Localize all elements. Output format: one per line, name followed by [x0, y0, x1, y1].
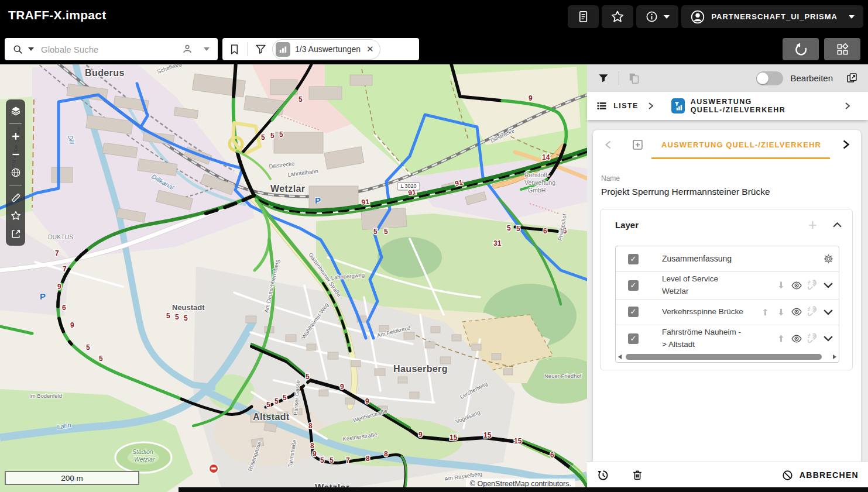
chevron-down-icon[interactable] — [822, 333, 834, 345]
person-pin-icon[interactable] — [180, 42, 194, 56]
arrow-up-icon[interactable] — [759, 306, 771, 318]
name-field-value[interactable]: Projekt Sperrung Herrmannsteiner Brücke — [601, 187, 853, 197]
layer-checkbox[interactable]: ✓ — [628, 254, 639, 264]
unlink-icon[interactable] — [807, 333, 818, 345]
map-label: Verwertung — [524, 179, 555, 186]
add-tab-icon[interactable] — [632, 139, 644, 151]
global-search: Globale Suche — [5, 38, 218, 60]
scroll-right-icon[interactable] — [833, 355, 836, 359]
layer-checkbox[interactable]: ✓ — [628, 280, 639, 291]
traffic-count-label: 14 — [542, 153, 550, 161]
map-label: Stadion — [132, 448, 153, 455]
layer-section: Layer + ✓Zusammenfassung✓Level of Servic… — [600, 209, 853, 370]
close-icon[interactable]: ✕ — [366, 44, 374, 54]
chevron-right-icon[interactable] — [839, 137, 853, 152]
scrollbar-track[interactable] — [625, 354, 830, 360]
chevron-down-icon[interactable] — [822, 280, 834, 291]
eye-icon[interactable] — [791, 333, 802, 345]
eye-icon[interactable] — [791, 306, 802, 318]
active-tab-label[interactable]: AUSWERTUNG QUELL-/ZIELVERKEHR — [644, 140, 839, 149]
breadcrumb: LISTE AUSWERTUNG QUELL-/ZIELVERKEHR — [587, 92, 868, 120]
layer-label: Verkehrsspinne Brücke — [662, 306, 744, 318]
active-tab-indicator — [651, 157, 830, 159]
evaluation-tabstrip: AUSWERTUNG QUELL-/ZIELVERKEHR — [593, 130, 861, 159]
open-in-new-icon[interactable] — [845, 71, 859, 85]
breadcrumb-list[interactable]: LISTE — [613, 102, 638, 110]
gear-icon[interactable] — [822, 253, 834, 265]
chevron-left-icon[interactable] — [601, 137, 615, 152]
trash-icon[interactable] — [631, 469, 644, 481]
traffic-count-label: 5 — [275, 397, 279, 405]
traffic-count-label: 9 — [365, 397, 369, 405]
traffic-count-label: 8 — [308, 422, 313, 430]
horizontal-scrollbar[interactable] — [616, 352, 839, 362]
layer-checkbox[interactable]: ✓ — [628, 333, 639, 344]
reset-view-button[interactable] — [783, 38, 819, 60]
search-type-dropdown-icon[interactable] — [28, 47, 34, 51]
user-menu-button[interactable]: PARTNERSCHAFT_UI_PRISMA — [681, 5, 863, 28]
chevron-down-icon[interactable] — [204, 47, 210, 51]
collapse-icon[interactable] — [830, 218, 844, 232]
traffic-count-label: 5 — [266, 401, 270, 409]
traffic-count-label: 9 — [418, 431, 423, 439]
layers-icon[interactable] — [9, 104, 23, 118]
divider — [619, 71, 619, 85]
header-actions: PARTNERSCHAFT_UI_PRISMA — [568, 5, 863, 28]
scrollbar-thumb[interactable] — [626, 354, 822, 360]
search-input[interactable]: Globale Suche — [41, 44, 180, 54]
list-icon[interactable] — [595, 99, 608, 113]
paste-icon[interactable] — [627, 71, 641, 85]
traffic-count-label: 8 — [384, 450, 388, 458]
add-layer-icon[interactable]: + — [808, 219, 817, 230]
unlink-icon[interactable] — [807, 280, 818, 291]
breadcrumb-evaluation[interactable]: AUSWERTUNG QUELL-/ZIELVERKEHR — [691, 98, 832, 114]
star-icon[interactable] — [9, 209, 23, 223]
panel-footer: ABBRECHEN — [587, 462, 868, 488]
traffic-count-label: 6 — [543, 227, 547, 235]
favorites-button[interactable] — [602, 5, 633, 28]
arrow-down-icon[interactable] — [775, 306, 787, 318]
map-label: GmbH — [528, 187, 545, 194]
traffic-count-label: 5 — [330, 456, 334, 465]
traffic-count-label: 5 — [184, 314, 188, 322]
filter-icon[interactable] — [596, 71, 610, 85]
globe-icon[interactable] — [9, 166, 23, 180]
evaluations-chip[interactable]: 1/3 Auswertungen ✕ — [272, 39, 380, 60]
share-external-icon[interactable] — [9, 227, 23, 241]
traffic-count-label: 5 — [99, 355, 103, 363]
chevron-down-icon[interactable] — [822, 306, 834, 318]
bookmark-icon[interactable] — [227, 42, 241, 56]
cancel-button[interactable]: ABBRECHEN — [781, 469, 859, 481]
traffic-count-label: 8 — [366, 455, 370, 463]
layer-list: ✓Zusammenfassung✓Level of Service Wetzla… — [615, 246, 839, 363]
filter-icon[interactable] — [253, 42, 267, 56]
info-menu-button[interactable] — [636, 5, 678, 28]
map-note-marker[interactable] — [209, 464, 218, 473]
layer-checkbox[interactable]: ✓ — [628, 307, 639, 317]
widgets-button[interactable] — [824, 38, 860, 60]
eye-icon[interactable] — [791, 280, 802, 291]
zoom-out-icon[interactable] — [9, 147, 23, 161]
restore-button[interactable] — [596, 469, 610, 482]
map-label: P — [40, 291, 46, 301]
chevron-right-icon[interactable] — [845, 102, 850, 109]
chevron-down-icon — [849, 15, 855, 19]
edit-toggle[interactable] — [756, 71, 783, 85]
layer-row: ✓Fahrströme Nauheim -> Altstadt — [616, 325, 839, 352]
zoom-in-icon[interactable] — [9, 129, 23, 143]
report-button[interactable] — [568, 5, 599, 28]
search-icon[interactable] — [11, 42, 25, 56]
arrow-down-icon[interactable] — [775, 280, 787, 291]
arrow-up-icon[interactable] — [775, 333, 787, 345]
chevron-right-icon — [648, 102, 654, 109]
divider — [247, 42, 248, 56]
evaluation-card: AUSWERTUNG QUELL-/ZIELVERKEHR Name Proje… — [593, 130, 861, 462]
measure-icon[interactable] — [9, 191, 23, 205]
unlink-icon[interactable] — [807, 306, 818, 318]
chevron-down-icon — [664, 15, 670, 19]
info-icon — [645, 10, 658, 23]
traffic-count-label: 7 — [55, 249, 59, 257]
edit-toggle-label: Bearbeiten — [790, 73, 833, 83]
map-canvas[interactable]: 9191915555914315561655779695555555559991… — [0, 64, 587, 492]
scroll-left-icon[interactable] — [618, 355, 622, 359]
